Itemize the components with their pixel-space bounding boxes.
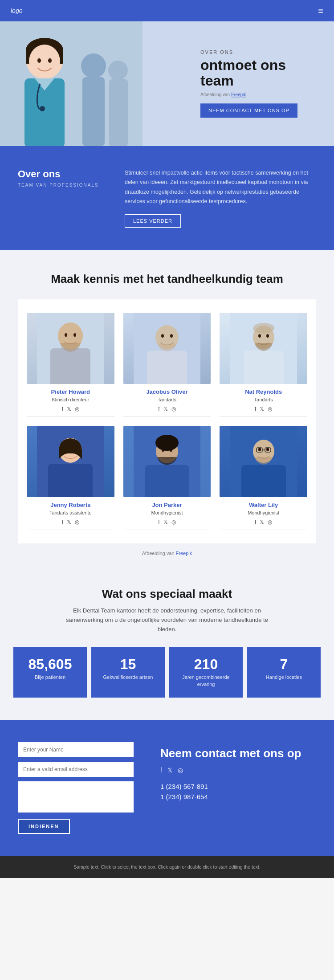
stat-label-4: Handige locaties [252, 674, 316, 681]
twitter-icon-2[interactable]: 𝕏 [163, 406, 168, 412]
site-footer: Sample text. Click to select the text bo… [0, 856, 334, 878]
svg-point-27 [258, 334, 261, 338]
facebook-icon-3[interactable]: f [255, 406, 256, 412]
svg-rect-42 [241, 465, 286, 497]
team-card-6: Walter Lily Mondhygienist f 𝕏 ◎ [220, 426, 307, 530]
stat-number-1: 85,605 [18, 657, 82, 671]
svg-point-45 [266, 448, 269, 451]
contact-title: Neem contact met ons op [160, 747, 316, 760]
svg-point-10 [48, 58, 52, 63]
svg-point-23 [170, 334, 173, 338]
stat-label-2: Gekwalificeerde artsen [96, 674, 160, 681]
team-role-4: Tandarts assistente [27, 510, 114, 515]
hero-credit: Afbeelding van Freepik [200, 93, 316, 98]
svg-point-29 [253, 323, 274, 334]
hero-section: OVER ONS ontmoet ons team Afbeelding van… [0, 21, 334, 146]
contact-form: INDIENEN [18, 742, 134, 834]
team-role-3: Tandarts [220, 397, 307, 402]
contact-facebook-icon[interactable]: f [160, 767, 162, 774]
hero-text: OVER ONS ontmoet ons team Afbeelding van… [200, 49, 316, 118]
instagram-icon-4[interactable]: ◎ [75, 519, 79, 525]
instagram-icon-2[interactable]: ◎ [171, 406, 176, 412]
facebook-icon-6[interactable]: f [255, 519, 256, 525]
instagram-icon-3[interactable]: ◎ [268, 406, 272, 412]
stat-label-1: Blije patiënten [18, 674, 82, 681]
svg-rect-2 [82, 77, 105, 146]
team-grid-wrapper: Pieter Howard Klinisch directeur f 𝕏 ◎ [18, 299, 316, 543]
team-grid: Pieter Howard Klinisch directeur f 𝕏 ◎ [27, 313, 307, 530]
twitter-icon-5[interactable]: 𝕏 [163, 519, 168, 525]
team-title: Maak kennis met het tandheelkundig team [13, 272, 321, 286]
facebook-icon-4[interactable]: f [62, 519, 63, 525]
team-name-1[interactable]: Pieter Howard [27, 388, 114, 395]
hamburger-menu[interactable]: ≡ [318, 6, 323, 16]
team-name-3[interactable]: Nat Reynolds [220, 388, 307, 395]
instagram-icon[interactable]: ◎ [75, 406, 79, 412]
stat-card-4: 7 Handige locaties [247, 647, 321, 698]
stat-card-2: 15 Gekwalificeerde artsen [91, 647, 165, 698]
stat-card-3: 210 Jaren gecombineerde ervaring [169, 647, 243, 698]
svg-point-22 [161, 334, 164, 338]
team-role-1: Klinisch directeur [27, 397, 114, 402]
team-role-5: Mondhygienist [123, 510, 211, 515]
svg-point-9 [37, 58, 41, 63]
about-subtitle: TEAM VAN PROFESSIONALS [18, 183, 107, 188]
svg-point-8 [29, 45, 60, 78]
submit-button[interactable]: INDIENEN [18, 819, 70, 834]
team-divider-2 [123, 416, 211, 417]
twitter-icon-6[interactable]: 𝕏 [260, 519, 264, 525]
hero-image [0, 21, 143, 146]
team-name-6[interactable]: Walter Lily [220, 502, 307, 508]
twitter-icon-4[interactable]: 𝕏 [67, 519, 71, 525]
team-name-5[interactable]: Jon Parker [123, 502, 211, 508]
team-card-4: Jenny Roberts Tandarts assistente f 𝕏 ◎ [27, 426, 114, 530]
instagram-icon-5[interactable]: ◎ [171, 519, 176, 525]
contact-phone-2[interactable]: 1 (234) 987-654 [160, 793, 316, 800]
email-input[interactable] [18, 762, 134, 777]
facebook-icon[interactable]: f [62, 406, 63, 412]
team-social-2: f 𝕏 ◎ [123, 406, 211, 412]
facebook-icon-5[interactable]: f [158, 519, 159, 525]
message-input[interactable] [18, 781, 134, 813]
team-photo-2 [123, 313, 211, 384]
svg-rect-31 [48, 464, 93, 497]
logo: logo [11, 7, 22, 14]
instagram-icon-6[interactable]: ◎ [268, 519, 272, 525]
read-more-button[interactable]: LEES VERDER [125, 214, 181, 228]
stat-label-3: Jaren gecombineerde ervaring [174, 674, 238, 688]
contact-social: f 𝕏 ◎ [160, 767, 316, 774]
team-name-4[interactable]: Jenny Roberts [27, 502, 114, 508]
team-credit: Afbeelding van Freepik [13, 551, 321, 556]
team-card-3: Nat Reynolds Tandarts f 𝕏 ◎ [220, 313, 307, 417]
contact-twitter-icon[interactable]: 𝕏 [167, 767, 172, 774]
team-photo-5 [123, 426, 211, 497]
contact-phone-1[interactable]: 1 (234) 567-891 [160, 783, 316, 790]
hero-contact-button[interactable]: NEEM CONTACT MET ONS OP [200, 104, 297, 118]
stats-grid: 85,605 Blije patiënten 15 Gekwalificeerd… [13, 647, 321, 698]
about-section: Over ons TEAM VAN PROFESSIONALS Stimulee… [0, 146, 334, 250]
team-divider-3 [220, 416, 307, 417]
team-card-1: Pieter Howard Klinisch directeur f 𝕏 ◎ [27, 313, 114, 417]
twitter-icon-3[interactable]: 𝕏 [260, 406, 264, 412]
stats-section: Wat ons speciaal maakt Elk Dental Team-k… [0, 565, 334, 720]
team-photo-6 [220, 426, 307, 497]
svg-point-12 [40, 106, 45, 111]
team-role-6: Mondhygienist [220, 510, 307, 515]
team-divider-4 [27, 530, 114, 530]
svg-point-28 [266, 334, 269, 338]
stat-number-2: 15 [96, 657, 160, 671]
contact-instagram-icon[interactable]: ◎ [178, 767, 183, 774]
team-name-2[interactable]: Jacobus Oliver [123, 388, 211, 395]
about-title: Over ons [18, 168, 107, 180]
facebook-icon-2[interactable]: f [158, 406, 159, 412]
team-role-2: Tandarts [123, 397, 211, 402]
twitter-icon[interactable]: 𝕏 [67, 406, 71, 412]
team-divider-5 [123, 530, 211, 530]
svg-point-1 [81, 53, 106, 78]
svg-point-3 [108, 61, 128, 80]
name-input[interactable] [18, 742, 134, 757]
svg-rect-15 [50, 348, 90, 384]
team-social-1: f 𝕏 ◎ [27, 406, 114, 412]
team-divider-6 [220, 530, 307, 530]
team-photo-1 [27, 313, 114, 384]
